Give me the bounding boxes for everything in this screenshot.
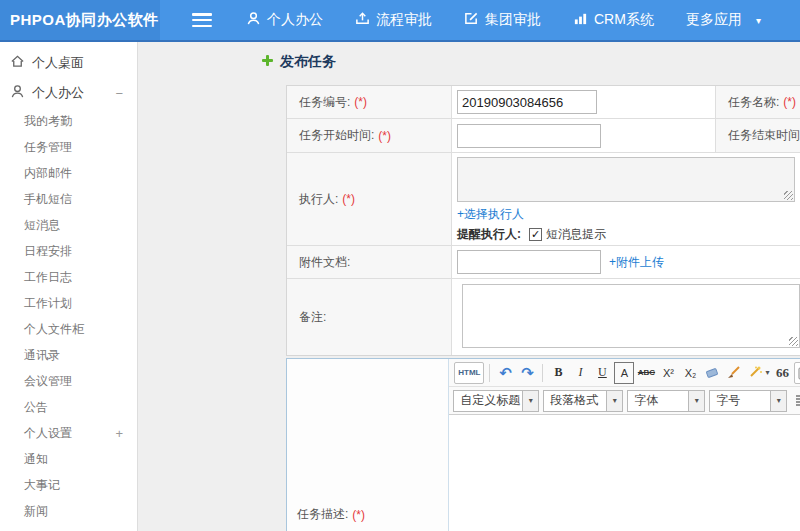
nav-label: 流程审批 [376, 11, 432, 29]
html-source-button[interactable]: HTML [454, 362, 484, 384]
caret-down-icon: ▾ [606, 391, 622, 411]
hamburger-menu-icon[interactable] [192, 13, 212, 27]
paste-from-word-button[interactable]: T [794, 362, 800, 384]
task-form: 任务编号:(*) 任务名称:(*) 任务开始时间:(*) 任务结束时间:(*) [286, 85, 800, 356]
nav-process-approval[interactable]: 流程审批 [355, 11, 432, 29]
sidebar-item-personal-files[interactable]: 个人文件柜 [0, 316, 137, 342]
undo-button[interactable]: ↶ [495, 362, 515, 384]
magic-wand-button[interactable]: ▾ [746, 362, 770, 384]
start-time-label: 任务开始时间:(*) [287, 119, 452, 152]
nav-personal-office[interactable]: 个人办公 [246, 11, 323, 29]
sidebar-item-personal-office[interactable]: 个人办公 − [0, 78, 137, 108]
caret-down-icon: ▾ [688, 391, 704, 411]
sidebar-item-label: 个人设置 [24, 425, 72, 442]
form-row-attachment: 附件文档: +附件上传 [287, 246, 800, 279]
sidebar-item-notification[interactable]: 通知 [0, 446, 137, 472]
sidebar-item-label: 个人桌面 [32, 54, 84, 72]
caret-down-icon: ▾ [756, 15, 761, 26]
nav-group-approval[interactable]: 集团审批 [464, 11, 541, 29]
nav-label: 更多应用 [686, 11, 742, 29]
sidebar-item-label: 会议管理 [24, 373, 72, 390]
sidebar-item-label: 工作日志 [24, 269, 72, 286]
app-window: PHPOA协同办公软件 个人办公 流程审批 集团审批 CRM系统 更多应用 ▾ [0, 0, 800, 531]
form-row-task-number: 任务编号:(*) 任务名称:(*) [287, 86, 800, 119]
paragraph-format-select[interactable]: 段落格式 ▾ [543, 390, 623, 412]
user-icon [10, 84, 32, 102]
font-size-select[interactable]: 字号 ▾ [709, 390, 787, 412]
editor-toolbar-row2: 自定义标题 ▾ 段落格式 ▾ 字体 ▾ 字号 ▾ [449, 387, 800, 415]
format-brush-button[interactable] [724, 362, 744, 384]
sidebar-item-label: 我的考勤 [24, 113, 72, 130]
user-icon [246, 11, 267, 29]
description-label-cell: 任务描述:(*) [287, 359, 449, 531]
form-row-executor: 执行人:(*) +选择执行人 提醒执行人: ✓ 短消息提示 [287, 153, 800, 246]
sidebar-item-internal-mail[interactable]: 内部邮件 [0, 160, 137, 186]
redo-button[interactable]: ↷ [517, 362, 537, 384]
editor-toolbar-row1: HTML ↶ ↷ B I U A ABC X² X₂ ▾ 66 T [449, 359, 800, 387]
attachment-input[interactable] [457, 250, 601, 274]
resize-handle[interactable] [789, 337, 798, 346]
end-time-label: 任务结束时间:(*) [715, 119, 800, 152]
sidebar-item-my-attendance[interactable]: 我的考勤 [0, 108, 137, 134]
sidebar-item-contacts[interactable]: 通讯录 [0, 342, 137, 368]
sidebar-item-label: 内部邮件 [24, 165, 72, 182]
check-icon: ✓ [531, 229, 540, 240]
main-content: 发布任务 任务编号:(*) 任务名称:(*) 任务开始时间:(*) [139, 42, 800, 531]
subscript-button[interactable]: X₂ [680, 362, 700, 384]
sidebar-item-meeting-management[interactable]: 会议管理 [0, 368, 137, 394]
sidebar-item-announcement[interactable]: 公告 [0, 394, 137, 420]
italic-button[interactable]: I [570, 362, 590, 384]
collapse-toggle[interactable]: − [115, 86, 123, 101]
sms-reminder-checkbox[interactable]: ✓ [529, 228, 542, 241]
sidebar-item-milestones[interactable]: 大事记 [0, 472, 137, 498]
top-nav: 个人办公 流程审批 集团审批 CRM系统 更多应用 ▾ [246, 11, 793, 29]
sidebar-item-label: 大事记 [24, 477, 60, 494]
sidebar: 个人桌面 个人办公 − 我的考勤 任务管理 内部邮件 手机短信 短消息 日程安排… [0, 42, 138, 531]
sidebar-item-mobile-sms[interactable]: 手机短信 [0, 186, 137, 212]
home-icon [10, 54, 32, 72]
blockquote-button[interactable]: 66 [772, 362, 792, 384]
sidebar-item-personal-settings[interactable]: 个人设置 + [0, 420, 137, 446]
sidebar-item-task-management[interactable]: 任务管理 [0, 134, 137, 160]
choose-executor-link[interactable]: +选择执行人 [457, 206, 524, 223]
task-description-label: 任务描述:(*) [297, 506, 365, 523]
sidebar-item-label: 短消息 [24, 217, 60, 234]
superscript-button[interactable]: X² [658, 362, 678, 384]
font-color-button[interactable]: A [614, 362, 634, 384]
attachment-upload-link[interactable]: +附件上传 [609, 254, 664, 271]
nav-crm-system[interactable]: CRM系统 [573, 11, 654, 29]
align-left-button[interactable] [793, 390, 800, 412]
sidebar-item-work-plan[interactable]: 工作计划 [0, 290, 137, 316]
start-time-input[interactable] [457, 124, 601, 148]
resize-handle[interactable] [784, 191, 793, 200]
remark-textarea[interactable] [462, 284, 800, 348]
sidebar-item-personal-desktop[interactable]: 个人桌面 [0, 48, 137, 78]
process-approval-icon [355, 11, 376, 29]
font-select[interactable]: 字体 ▾ [627, 390, 705, 412]
nav-label: 集团审批 [485, 11, 541, 29]
caret-down-icon: ▾ [770, 391, 786, 411]
sidebar-item-work-log[interactable]: 工作日志 [0, 264, 137, 290]
form-row-remark: 备注: [287, 279, 800, 355]
editor-content-area[interactable] [449, 415, 800, 531]
eraser-button[interactable] [702, 362, 722, 384]
description-editor-section: 任务描述:(*) HTML ↶ ↷ B I U A ABC X² X₂ [286, 358, 800, 531]
underline-button[interactable]: U [592, 362, 612, 384]
page-title: 发布任务 [261, 53, 336, 71]
executor-textarea[interactable] [457, 157, 795, 202]
strikethrough-button[interactable]: ABC [636, 362, 656, 384]
nav-more-apps[interactable]: 更多应用 ▾ [686, 11, 761, 29]
remark-label: 备注: [287, 279, 452, 355]
sidebar-item-label: 个人文件柜 [24, 321, 84, 338]
sidebar-item-schedule[interactable]: 日程安排 [0, 238, 137, 264]
task-number-input[interactable] [457, 90, 597, 114]
sidebar-item-news[interactable]: 新闻 [0, 498, 137, 524]
sidebar-item-label: 通知 [24, 451, 48, 468]
custom-heading-select[interactable]: 自定义标题 ▾ [453, 390, 539, 412]
nav-label: CRM系统 [594, 11, 654, 29]
bold-button[interactable]: B [548, 362, 568, 384]
expand-toggle[interactable]: + [115, 426, 123, 441]
form-row-time: 任务开始时间:(*) 任务结束时间:(*) [287, 119, 800, 153]
sidebar-item-short-message[interactable]: 短消息 [0, 212, 137, 238]
app-logo: PHPOA协同办公软件 [0, 0, 160, 40]
